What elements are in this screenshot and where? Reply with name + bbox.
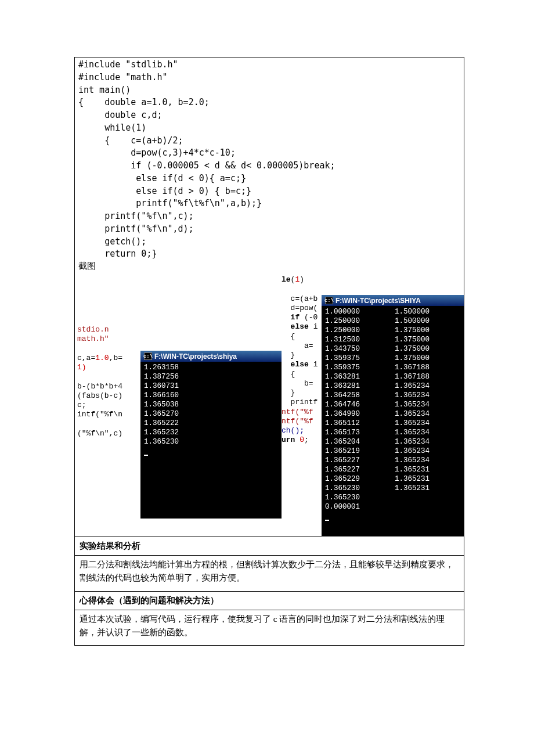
content-frame: #include "stdlib.h" #include "math.h" in… — [74, 57, 464, 646]
ide-text: 0 — [300, 435, 304, 444]
code-line: #include "stdlib.h" — [78, 59, 178, 70]
section-body-reflection: 通过本次试验，编写代码，运行程序，使我复习了 c 语言的同时也加深了对二分法和割… — [75, 610, 464, 646]
ide-text: ch(); — [282, 426, 304, 435]
code-line: double c,d; — [78, 110, 163, 120]
console-window-right: c:\ F:\WIN-TC\projects\SHIYA 1.000000 1.… — [322, 295, 464, 536]
ide-text: ("%f\n",c) — [77, 429, 122, 438]
cursor-icon — [325, 520, 329, 521]
screenshot-label: 截图 — [75, 261, 464, 273]
ide-text: c=(a+b — [291, 294, 318, 303]
console-line: 1.365232 — [144, 429, 179, 437]
code-line: return 0;} — [78, 249, 157, 259]
ide-text: else — [291, 360, 309, 369]
ide-text: ,b= — [109, 354, 122, 362]
console-title: F:\WIN-TC\projects\shiya — [154, 352, 237, 361]
console-line: 1.365230 — [144, 438, 179, 446]
code-line: { double a=1.0, b=2.0; — [78, 97, 210, 107]
console-line: 1.360731 — [144, 382, 179, 390]
ide-text: 1) — [77, 363, 86, 372]
console-line: 1.387256 — [144, 373, 179, 381]
ide-text: (fabs(b-c) — [77, 391, 122, 400]
ide-text: ntf("%f — [282, 408, 313, 416]
cursor-icon — [144, 455, 148, 456]
console-titlebar: c:\ F:\WIN-TC\projects\SHIYA — [322, 295, 464, 306]
console-body: 1.000000 1.500000 1.250000 1.500000 1.25… — [322, 306, 464, 536]
console-line: 1.365222 — [144, 419, 179, 427]
console-line: 1.263158 — [144, 363, 179, 372]
code-line: getch(); — [78, 236, 146, 247]
ide-text: math.h" — [77, 334, 109, 343]
ide-text: else — [291, 322, 309, 331]
code-line: #include "math.h" — [78, 72, 168, 82]
source-code-block: #include "stdlib.h" #include "math.h" in… — [75, 57, 464, 261]
ide-text: d=pow( — [291, 304, 318, 312]
ide-text: ntf("%f — [282, 417, 313, 426]
console-line: 1.365038 — [144, 401, 179, 409]
code-line: printf("%f\n",c); — [78, 211, 194, 221]
ide-text: 1.0 — [95, 354, 109, 362]
ide-text: b-(b*b*b+4 — [77, 382, 122, 391]
code-line: d=pow(c,3)+4*c*c-10; — [78, 147, 236, 158]
code-line: if (-0.000005 < d && d< 0.000005)break; — [78, 160, 335, 171]
ide-snippet-left: stdio.n math.h" c,a=1.0,b= 1) b-(b*b*b+4… — [77, 325, 122, 438]
ide-text: le — [282, 275, 291, 284]
ide-snippet-right: le(1) c=(a+b d=pow( if (-0 else i { a= }… — [282, 275, 317, 445]
document-page: #include "stdlib.h" #include "math.h" in… — [0, 0, 534, 756]
section-body-results: 用二分法和割线法均能计算出方程的根，但割线计算次数少于二分法，且能够较早达到精度… — [75, 556, 464, 592]
code-line: int main() — [78, 85, 131, 95]
ide-text: c; — [77, 401, 86, 409]
screenshots-area: stdio.n math.h" c,a=1.0,b= 1) b-(b*b*b+4… — [75, 273, 464, 537]
code-line: printf("%f\t%f\n",a,b);} — [78, 198, 262, 208]
ide-text: 1 — [295, 275, 300, 284]
console-line: 1.366160 — [144, 391, 179, 399]
ide-text: urn — [282, 435, 295, 444]
section-heading-reflection: 心得体会（遇到的问题和解决方法） — [75, 592, 464, 610]
code-line: printf("%f\n",d); — [78, 224, 194, 234]
code-line: else if(d > 0) { b=c;} — [78, 186, 251, 196]
console-titlebar: c:\ F:\WIN-TC\projects\shiya — [140, 351, 282, 362]
ide-text: stdio.n — [77, 325, 109, 334]
cmd-icon: c:\ — [144, 352, 152, 360]
ide-text: if — [291, 313, 300, 322]
console-title: F:\WIN-TC\projects\SHIYA — [335, 297, 421, 305]
ide-text: c,a= — [77, 354, 95, 362]
code-line: else if(d < 0){ a=c;} — [78, 173, 246, 183]
console-window-left: c:\ F:\WIN-TC\projects\shiya 1.263158 1.… — [140, 351, 282, 519]
console-line: 1.365270 — [144, 410, 179, 418]
section-heading-results: 实验结果和分析 — [75, 537, 464, 556]
code-line: { c=(a+b)/2; — [78, 135, 183, 146]
console-body: 1.263158 1.387256 1.360731 1.366160 1.36… — [140, 362, 282, 519]
code-line: while(1) — [78, 123, 146, 133]
ide-text: intf("%f\n — [77, 410, 122, 419]
cmd-icon: c:\ — [325, 297, 333, 304]
